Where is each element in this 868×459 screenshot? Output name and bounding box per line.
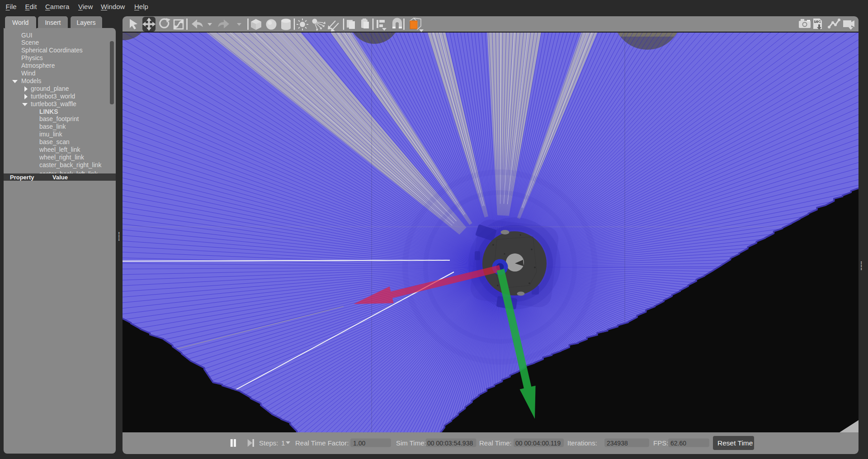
svg-text:00 00:04:00.119: 00 00:04:00.119: [515, 440, 561, 447]
svg-text:Iterations:: Iterations:: [567, 439, 597, 447]
svg-text:1: 1: [281, 439, 285, 447]
svg-text:Steps:: Steps:: [259, 439, 278, 447]
svg-text:Real Time:: Real Time:: [479, 439, 512, 447]
svg-text:234938: 234938: [607, 440, 628, 447]
svg-text:Reset Time: Reset Time: [717, 439, 753, 447]
svg-text:62.60: 62.60: [670, 440, 686, 447]
svg-text:Sim Time:: Sim Time:: [396, 439, 426, 447]
svg-text:FPS:: FPS:: [653, 439, 668, 447]
svg-text:Real Time Factor:: Real Time Factor:: [295, 439, 349, 447]
svg-text:1.00: 1.00: [353, 440, 365, 447]
svg-text:00 00:03:54.938: 00 00:03:54.938: [427, 440, 473, 447]
